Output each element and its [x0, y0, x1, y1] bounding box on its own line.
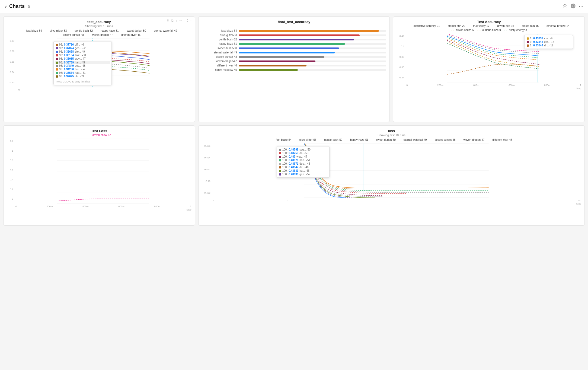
hbar-row: hardy-meadow-45 [202, 68, 386, 71]
share-icon[interactable]: ↑ [176, 19, 177, 23]
y-label: 1.2 [7, 140, 13, 142]
more-icon[interactable]: ··· [579, 4, 584, 9]
legend-item: gentle-bush-52 [319, 138, 343, 141]
tooltip-row: 100: 0.48647 dif...-46 [279, 166, 327, 169]
legend-item: frosty-energy-3 [504, 28, 527, 31]
x-label: 20 [18, 89, 20, 91]
hbar-row: fast-blaze-54 [202, 29, 386, 32]
y-label: 0.36 [7, 50, 14, 53]
legend-item: gentle-bush-52 [69, 29, 93, 32]
tooltip-row: 100: 0.48639 har...-45 [279, 169, 327, 172]
legend-item: driven-bee-16 [492, 24, 514, 27]
more-icon[interactable]: ··· [190, 19, 193, 23]
page-title: Charts [9, 4, 25, 9]
pin-icon[interactable] [563, 3, 567, 9]
tooltip: 1: 0.43232 cur...-9 1: 0.43144 eth...-14… [524, 35, 573, 49]
y-label: 0.42 [397, 35, 404, 37]
x-axis-label: Step [202, 202, 581, 205]
legend-item: eternal-waterfall-49 [398, 138, 427, 141]
x-label: 400m [473, 84, 479, 87]
chart-count: 5 [28, 4, 30, 9]
x-label: 0 [213, 199, 214, 202]
y-label: 0.496 [202, 145, 210, 147]
y-label: 0.8 [7, 159, 13, 162]
x-label: 0 [15, 205, 17, 208]
settings-icon[interactable] [571, 4, 576, 9]
legend-item: olive-glitter-53 [44, 29, 67, 32]
legend-item: olive-glitter-53 [294, 138, 317, 141]
x-label: 800m [154, 205, 160, 208]
legend-item: woven-dragon-47 [458, 138, 485, 141]
chevron-icon[interactable]: ∨ [4, 4, 7, 9]
y-label: 0.2 [7, 188, 13, 191]
charts-grid: ⠿ ⧉ ↑ ✏ ⛶ ··· test_accuracy Showing firs… [0, 13, 588, 229]
chart-title: Test Accuracy [397, 20, 581, 24]
legend-item: sweet-durian-50 [122, 29, 146, 32]
tooltip-row: 98: 0.34849 dec...-48 [56, 64, 109, 67]
hbar-row: woven-dragon-47 [202, 60, 386, 63]
legend-item: curious-blaze-9 [477, 28, 501, 31]
x-label: 600m [509, 84, 515, 87]
x-label: 100 [577, 199, 581, 202]
tooltip-row: 100: 0.48678 hap...-51 [279, 159, 327, 162]
hbar-row: eternal-waterfall-49 [202, 51, 386, 54]
y-label: 0.34 [397, 76, 404, 79]
drag-icon[interactable]: ⠿ [167, 19, 169, 23]
legend-item: driven-snow-12 [87, 133, 111, 136]
copy-icon[interactable]: ⧉ [171, 19, 174, 23]
chart-svg [14, 139, 191, 204]
tooltip-row: 98: 0.37716 dif...-46 [56, 43, 109, 46]
legend: fast-blaze-54 olive-glitter-53 gentle-bu… [202, 138, 581, 141]
tooltip-row: 98: 0.36678 ete...-49 [56, 50, 109, 53]
x-axis-label: Step [397, 87, 581, 90]
x-label: 2 [286, 199, 288, 202]
expand-icon[interactable]: ⛶ [184, 19, 188, 23]
legend-item: happy-haze-51 [345, 138, 368, 141]
legend: distinctive-serenity-21 eternal-sun-20 t… [397, 24, 581, 31]
y-label: 0.35 [7, 60, 14, 63]
tooltip-row: 100: 0.48753 oli...-53 [279, 152, 327, 155]
legend-item: fast-blaze-54 [271, 138, 292, 141]
y-label: 0 [7, 197, 13, 200]
tooltip: 98: 0.37716 dif...-46 98: 0.37024 gen...… [53, 41, 112, 85]
header-actions: ··· [563, 3, 584, 9]
tooltip-row: 100: 0.48639 gen...-52 [279, 173, 327, 176]
x-label: 0 [406, 84, 408, 87]
x-label: 200m [47, 205, 53, 208]
legend-item: fast-blaze-54 [21, 29, 42, 32]
legend-item: eternal-waterfall-49 [149, 29, 177, 32]
header-left: ∨ Charts 5 [4, 4, 563, 9]
legend-item: decent-sunset-48 [58, 33, 84, 36]
x-label: 200m [437, 84, 443, 87]
legend-item: happy-haze-51 [95, 29, 119, 32]
chart-test-accuracy-2: Test Accuracy distinctive-serenity-21 et… [393, 16, 585, 122]
legend-item: sweet-durian-50 [371, 138, 396, 141]
hbar-row: different-river-46 [202, 64, 386, 67]
card-icons: ⠿ ⧉ ↑ ✏ ⛶ ··· [167, 19, 193, 23]
y-label: 1 [7, 149, 13, 152]
y-label: 0.49 [202, 180, 210, 183]
chart-test-accuracy: ⠿ ⧉ ↑ ✏ ⛶ ··· test_accuracy Showing firs… [3, 16, 195, 122]
legend-item: ethereal-breeze-14 [541, 24, 570, 27]
chart-subtitle: Showing first 10 runs [7, 24, 191, 28]
y-label: 0.492 [202, 168, 210, 171]
legend: fast-blaze-54 olive-glitter-53 gentle-bu… [7, 29, 191, 36]
tooltip-row: 98: 0.33564 hap...-51 [56, 71, 109, 74]
tooltip-row: 98: 0.34256 fas...-54 [56, 68, 109, 71]
y-label: 0.38 [397, 56, 404, 58]
legend-item: distinctive-serenity-21 [408, 24, 440, 27]
chart-test-loss: Test Loss driven-snow-12 1.2 1 0.8 0.6 0… [3, 125, 195, 226]
y-label: 0.6 [7, 169, 13, 171]
y-label: 0.494 [202, 156, 210, 159]
tooltip: 100: 0.48798 swe...-50 100: 0.48753 oli.… [277, 146, 330, 178]
edit-icon[interactable]: ✏ [180, 19, 182, 23]
hbar-row: olive-glitter-53 [202, 34, 386, 37]
chart-svg [212, 143, 581, 198]
chart-title: loss [202, 129, 581, 133]
legend-item: decent-sunset-48 [429, 138, 455, 141]
tooltip-row: 100: 0.48671 dec...-48 [279, 162, 327, 165]
tooltip-row: 1: 0.33844 dri...-12 [527, 44, 571, 47]
legend-item: elated-rain-15 [517, 24, 539, 27]
tooltip-row: 98: 0.36085 wov...-47 [56, 57, 109, 60]
chart-title: Test Loss [7, 129, 191, 133]
